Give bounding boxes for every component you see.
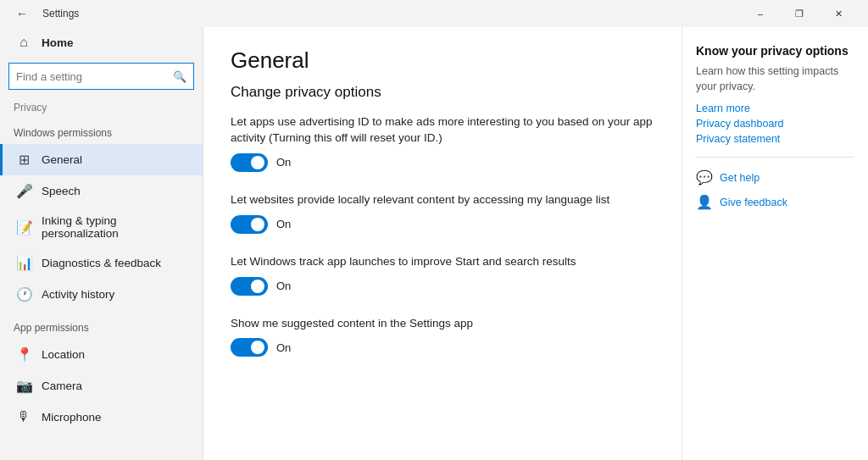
toggle-language-label: On [276,218,291,230]
search-input[interactable] [16,70,173,83]
get-help-text: Get help [720,172,760,184]
learn-more-link[interactable]: Learn more [696,103,854,114]
setting-advertising: Let apps use advertising ID to make ads … [231,114,654,172]
sidebar-item-inking[interactable]: 📝 Inking & typing personalization [0,207,203,247]
sidebar: ⌂ Home 🔍 Privacy Windows permissions ⊞ G… [0,27,203,460]
sidebar-speech-label: Speech [42,185,81,197]
toggle-suggested-label: On [276,341,291,354]
setting-advertising-desc: Let apps use advertising ID to make ads … [231,114,654,147]
toggle-advertising-label: On [276,156,291,169]
right-panel-desc: Learn how this setting impacts your priv… [696,64,854,94]
sidebar-item-diagnostics[interactable]: 📊 Diagnostics & feedback [0,247,203,279]
sidebar-item-home[interactable]: ⌂ Home [0,27,203,58]
right-panel-title: Know your privacy options [696,44,854,58]
location-icon: 📍 [16,346,31,363]
toggle-row-suggested: On [231,338,654,357]
speech-icon: 🎤 [16,183,31,199]
close-button[interactable]: ✕ [819,0,858,27]
setting-suggested: Show me suggested content in the Setting… [231,316,654,357]
toggle-suggested[interactable] [231,338,268,357]
inking-icon: 📝 [16,219,31,236]
privacy-statement-link[interactable]: Privacy statement [696,133,854,145]
app-content: ⌂ Home 🔍 Privacy Windows permissions ⊞ G… [0,27,868,460]
sidebar-activity-label: Activity history [42,288,114,301]
search-box[interactable]: 🔍 [8,63,194,90]
sidebar-item-speech[interactable]: 🎤 Speech [0,175,203,207]
right-panel: Know your privacy options Learn how this… [682,27,868,460]
page-title: General [231,47,654,74]
sidebar-inking-label: Inking & typing personalization [42,214,189,240]
maximize-button[interactable]: ❐ [780,0,819,27]
title-bar: ← Settings – ❐ ✕ [0,0,868,27]
general-icon: ⊞ [16,152,31,168]
toggle-row-language: On [231,215,654,234]
give-feedback-icon: 👤 [696,194,713,210]
sidebar-item-microphone[interactable]: 🎙 Microphone [0,402,203,432]
sidebar-camera-label: Camera [42,380,82,392]
right-panel-divider [696,157,854,158]
window-title: Settings [42,8,79,19]
setting-tracking-desc: Let Windows track app launches to improv… [231,254,654,270]
camera-icon: 📷 [16,378,31,394]
app-permissions-label: App permissions [0,310,203,339]
sidebar-item-general[interactable]: ⊞ General [0,144,203,175]
setting-tracking: Let Windows track app launches to improv… [231,254,654,296]
diagnostics-icon: 📊 [16,255,31,271]
sidebar-general-label: General [42,153,82,166]
toggle-language[interactable] [231,215,268,234]
window-controls: – ❐ ✕ [741,0,858,27]
setting-language-desc: Let websites provide locally relevant co… [231,192,654,208]
section-title: Change privacy options [231,84,654,101]
toggle-advertising[interactable] [231,153,268,172]
setting-suggested-desc: Show me suggested content in the Setting… [231,316,654,332]
microphone-icon: 🎙 [16,409,31,424]
minimize-button[interactable]: – [741,0,780,27]
home-icon: ⌂ [16,35,31,50]
sidebar-item-location[interactable]: 📍 Location [0,339,203,370]
toggle-tracking-label: On [276,280,291,292]
privacy-dashboard-link[interactable]: Privacy dashboard [696,118,854,130]
search-icon: 🔍 [173,70,186,83]
sidebar-microphone-label: Microphone [42,411,102,424]
back-button[interactable]: ← [10,2,34,25]
give-feedback-row[interactable]: 👤 Give feedback [696,194,854,210]
sidebar-diagnostics-label: Diagnostics & feedback [42,257,161,269]
setting-language: Let websites provide locally relevant co… [231,192,654,234]
windows-permissions-label: Windows permissions [0,115,203,144]
toggle-tracking[interactable] [231,277,268,296]
privacy-section-label: Privacy [0,95,203,115]
sidebar-item-camera[interactable]: 📷 Camera [0,370,203,402]
activity-icon: 🕐 [16,286,31,302]
main-content: General Change privacy options Let apps … [203,27,682,460]
give-feedback-text: Give feedback [720,197,787,208]
toggle-row-tracking: On [231,277,654,296]
sidebar-item-activity[interactable]: 🕐 Activity history [0,279,203,310]
sidebar-location-label: Location [42,348,85,361]
toggle-row-advertising: On [231,153,654,172]
get-help-icon: 💬 [696,169,713,186]
get-help-row[interactable]: 💬 Get help [696,169,854,186]
home-label: Home [42,36,74,49]
